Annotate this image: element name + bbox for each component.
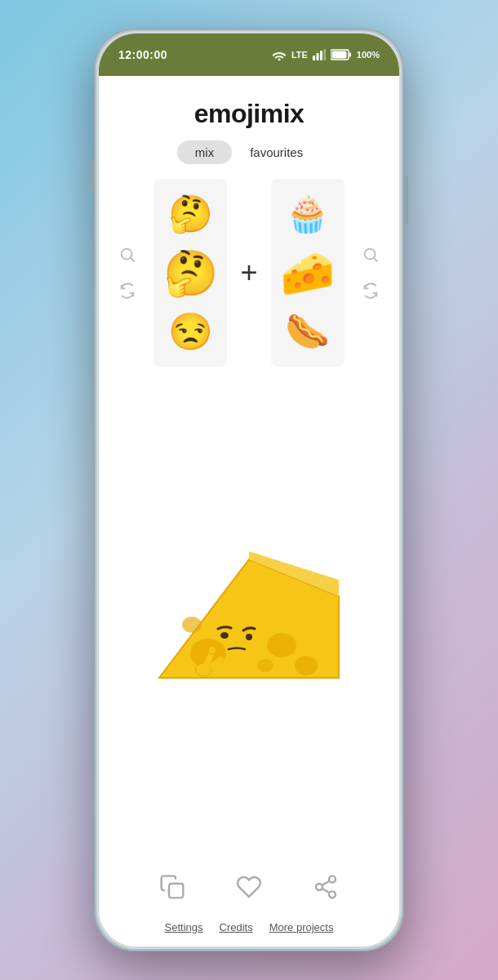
copy-button[interactable] bbox=[154, 869, 190, 905]
search-left-icon[interactable] bbox=[116, 243, 139, 266]
right-emoji-strip: 🧁 🧀 🌭 bbox=[271, 179, 345, 367]
right-emoji-center: 🧀 bbox=[280, 251, 335, 295]
svg-line-27 bbox=[322, 881, 329, 885]
tab-bar: mix favourites bbox=[177, 140, 321, 164]
right-emoji-top: 🧁 bbox=[285, 196, 330, 232]
right-emoji-bottom: 🌭 bbox=[285, 314, 330, 350]
svg-point-23 bbox=[329, 876, 336, 883]
refresh-right-icon[interactable] bbox=[359, 279, 382, 302]
action-icons bbox=[154, 869, 344, 905]
lte-label: LTE bbox=[291, 50, 308, 60]
svg-line-26 bbox=[322, 889, 329, 893]
left-emoji-bottom: 😒 bbox=[168, 314, 213, 350]
bottom-actions: Settings Credits More projects bbox=[99, 866, 399, 947]
tab-mix[interactable]: mix bbox=[177, 140, 232, 164]
left-controls bbox=[116, 243, 139, 302]
footer-links: Settings Credits More projects bbox=[165, 921, 334, 933]
credits-link[interactable]: Credits bbox=[220, 921, 253, 933]
left-emoji-top: 🤔 bbox=[168, 196, 213, 232]
phone-frame: 12:00:00 LTE bbox=[94, 29, 404, 951]
favourite-button[interactable] bbox=[231, 869, 267, 905]
result-emoji-svg bbox=[143, 514, 355, 727]
svg-rect-2 bbox=[320, 51, 322, 60]
battery-percent: 100% bbox=[357, 50, 380, 60]
svg-rect-0 bbox=[313, 56, 315, 60]
svg-line-10 bbox=[374, 258, 377, 261]
more-projects-link[interactable]: More projects bbox=[269, 921, 334, 933]
svg-point-7 bbox=[122, 249, 132, 260]
battery-icon bbox=[331, 49, 352, 60]
svg-line-8 bbox=[131, 258, 135, 261]
svg-point-14 bbox=[267, 633, 296, 657]
tab-favourites[interactable]: favourites bbox=[232, 140, 321, 164]
svg-point-19 bbox=[246, 634, 252, 640]
svg-point-25 bbox=[329, 891, 336, 898]
svg-rect-6 bbox=[331, 51, 346, 59]
svg-rect-5 bbox=[349, 53, 351, 57]
right-controls bbox=[359, 243, 382, 302]
svg-point-15 bbox=[295, 656, 318, 675]
svg-rect-1 bbox=[316, 53, 318, 60]
search-right-icon[interactable] bbox=[359, 243, 382, 266]
phone-inner: 12:00:00 LTE bbox=[96, 31, 402, 949]
result-container bbox=[143, 514, 355, 727]
refresh-left-icon[interactable] bbox=[116, 279, 139, 302]
settings-link[interactable]: Settings bbox=[165, 921, 203, 933]
result-section bbox=[99, 375, 399, 866]
svg-point-18 bbox=[220, 632, 229, 639]
wifi-icon bbox=[272, 49, 287, 60]
mixer-section: 🤔 🤔 😒 + 🧁 🧀 🌭 bbox=[99, 179, 399, 367]
app-content: emojimix mix favourites bbox=[99, 76, 399, 947]
plus-sign: + bbox=[240, 256, 257, 290]
svg-point-24 bbox=[316, 884, 322, 890]
left-emoji-center: 🤔 bbox=[163, 251, 218, 295]
app-title: emojimix bbox=[194, 99, 305, 129]
status-icons: LTE 100% bbox=[272, 49, 380, 60]
svg-point-9 bbox=[364, 249, 375, 260]
svg-point-16 bbox=[182, 617, 202, 633]
signal-icon bbox=[313, 49, 326, 60]
svg-rect-3 bbox=[323, 49, 326, 60]
svg-point-21 bbox=[208, 646, 216, 654]
svg-point-17 bbox=[257, 659, 273, 672]
svg-rect-22 bbox=[169, 884, 183, 898]
share-button[interactable] bbox=[308, 869, 344, 905]
status-bar: 12:00:00 LTE bbox=[99, 33, 399, 76]
status-time: 12:00:00 bbox=[118, 48, 167, 61]
phone-screen: 12:00:00 LTE bbox=[99, 33, 399, 947]
left-emoji-strip: 🤔 🤔 😒 bbox=[153, 179, 227, 367]
